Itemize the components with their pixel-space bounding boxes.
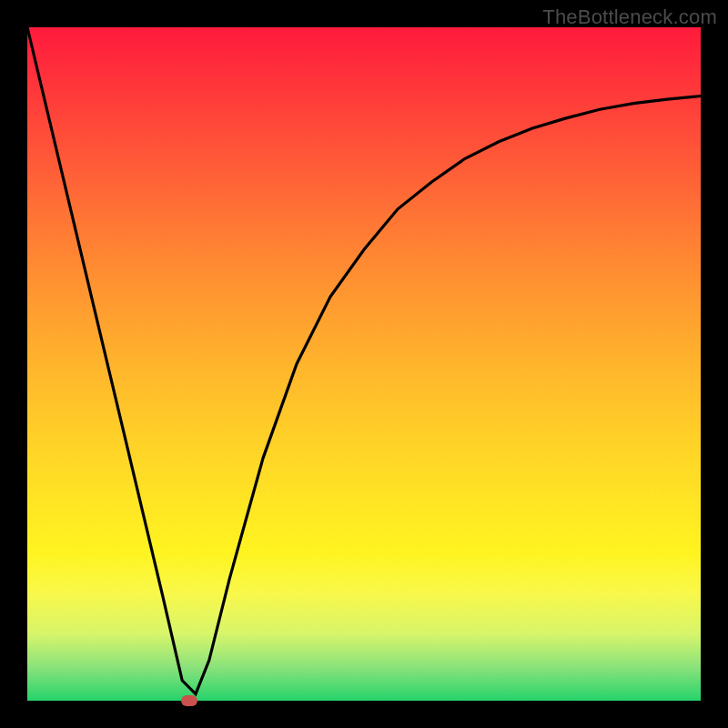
plot-area xyxy=(27,27,701,701)
watermark-text: TheBottleneck.com xyxy=(542,5,717,29)
bottleneck-curve xyxy=(27,27,701,701)
optimal-point-marker xyxy=(181,695,197,706)
